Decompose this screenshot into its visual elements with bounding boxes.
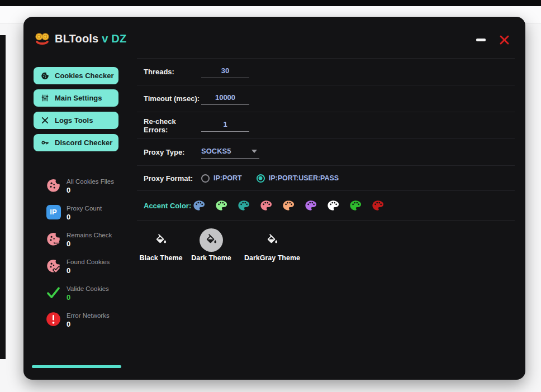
stat-value: 0 xyxy=(67,212,102,222)
threads-input[interactable] xyxy=(201,65,249,78)
money-face-icon xyxy=(35,31,50,46)
stat-label: Proxy Count xyxy=(67,204,102,212)
app-name: BLTools xyxy=(55,32,98,45)
stat-value: 0 xyxy=(67,239,112,248)
app-window: BLTools v DZ Cookies Checker Main Settin… xyxy=(23,17,525,380)
proxy-type-select[interactable]: SOCKS5 xyxy=(201,146,259,159)
recheck-errors-label: Re-check Errors: xyxy=(144,117,201,134)
theme-darkgray-button[interactable]: DarkGray Theme xyxy=(241,228,303,262)
palette-icon[interactable] xyxy=(282,199,295,212)
stat-value: 0 xyxy=(67,185,114,195)
error-icon xyxy=(46,312,61,327)
timeout-input[interactable] xyxy=(201,92,249,105)
sidebar-item-cookies-checker[interactable]: Cookies Checker xyxy=(34,67,118,84)
page-left-strip xyxy=(0,35,6,359)
proxy-format-label: Proxy Format: xyxy=(144,174,201,183)
stat-found-cookies: Found Cookies 0 xyxy=(46,258,110,275)
theme-black-button[interactable]: Black Theme xyxy=(137,228,185,262)
timeout-label: Timeout (msec): xyxy=(144,94,201,103)
recheck-errors-row: Re-check Errors: xyxy=(137,112,515,139)
ip-badge-icon: IP xyxy=(46,204,61,219)
settings-panel: Threads: Timeout (msec): Re-check Errors… xyxy=(137,58,515,269)
theme-dark-button[interactable]: Dark Theme xyxy=(187,228,235,262)
accent-color-label: Accent Color: xyxy=(144,202,193,210)
theme-label: Black Theme xyxy=(139,254,182,262)
page-title: BLTools v DZ xyxy=(55,32,126,45)
paint-bucket-icon xyxy=(266,234,279,247)
stat-error-networks: Error Networks 0 xyxy=(46,312,110,329)
sidebar-item-label: Logs Tools xyxy=(55,116,93,125)
palette-icon[interactable] xyxy=(305,199,317,212)
stat-label: Valide Cookies xyxy=(67,285,109,293)
stat-value: 0 xyxy=(67,266,110,275)
recheck-errors-input[interactable] xyxy=(201,119,249,132)
palette-icon[interactable] xyxy=(372,199,384,212)
stat-value: 0 xyxy=(67,319,110,329)
proxy-format-option-puserpass[interactable]: IP:PORT:USER:PASS xyxy=(257,174,339,183)
timeout-row: Timeout (msec): xyxy=(137,85,515,112)
radio-icon xyxy=(201,174,210,183)
sidebar-item-label: Main Settings xyxy=(55,94,102,102)
palette-icon[interactable] xyxy=(193,199,205,212)
cookie-icon xyxy=(41,71,49,80)
palette-icon[interactable] xyxy=(327,199,339,212)
proxy-type-row: Proxy Type: SOCKS5 xyxy=(137,139,515,166)
minimize-button[interactable] xyxy=(471,32,491,47)
proxy-format-option-ipport[interactable]: IP:PORT xyxy=(201,174,242,183)
close-button[interactable] xyxy=(495,31,513,48)
palette-icon[interactable] xyxy=(260,199,272,212)
stat-label: Found Cookies xyxy=(67,258,110,266)
palette-icon[interactable] xyxy=(349,199,362,212)
stat-proxy-count: IP Proxy Count 0 xyxy=(46,204,102,222)
chevron-down-icon xyxy=(251,150,257,153)
page-top-strip xyxy=(0,0,541,6)
stat-label: Error Networks xyxy=(67,312,110,319)
stat-label: Remains Check xyxy=(67,231,112,239)
threads-row: Threads: xyxy=(137,59,515,85)
stat-label: All Cookies Files xyxy=(67,178,114,185)
paint-bucket-icon xyxy=(155,234,168,247)
themes-row: Black Theme Dark Theme DarkGray Theme xyxy=(137,221,515,269)
sidebar-item-main-settings[interactable]: Main Settings xyxy=(34,89,118,107)
sliders-icon xyxy=(41,94,49,102)
theme-label: Dark Theme xyxy=(191,254,231,262)
radio-icon xyxy=(257,174,265,183)
proxy-type-label: Proxy Type: xyxy=(144,148,201,156)
app-version: v DZ xyxy=(102,32,126,45)
sidebar-item-label: Cookies Checker xyxy=(55,71,114,80)
paint-bucket-icon xyxy=(205,234,218,247)
stat-all-cookies-files: All Cookies Files 0 xyxy=(46,178,114,195)
key-icon xyxy=(41,138,49,147)
accent-color-row: Accent Color: xyxy=(137,191,515,221)
cookie-icon xyxy=(46,178,61,193)
stat-valide-cookies: Valide Cookies 0 xyxy=(46,285,109,302)
sidebar-item-label: Discord Checker xyxy=(55,138,112,147)
threads-label: Threads: xyxy=(144,68,201,76)
minimize-icon xyxy=(476,39,486,41)
stat-remains-check: Remains Check 0 xyxy=(46,231,112,248)
palette-icon[interactable] xyxy=(238,199,250,212)
proxy-format-row: Proxy Format: IP:PORT IP:PORT:USER:PASS xyxy=(137,166,515,191)
app-title: BLTools v DZ xyxy=(35,31,126,46)
close-icon xyxy=(499,35,510,45)
cookie-minus-icon xyxy=(46,231,61,246)
proxy-type-value: SOCKS5 xyxy=(201,147,231,155)
sidebar-item-logs-tools[interactable]: Logs Tools xyxy=(34,112,118,129)
accent-color-options xyxy=(193,199,384,212)
cookie-check-icon xyxy=(46,258,61,273)
stat-value: 0 xyxy=(67,293,109,302)
tools-icon xyxy=(41,116,49,125)
palette-icon[interactable] xyxy=(215,199,227,212)
titlebar: BLTools v DZ xyxy=(23,17,525,58)
check-icon xyxy=(46,285,61,300)
theme-label: DarkGray Theme xyxy=(244,254,300,262)
sidebar-item-discord-checker[interactable]: Discord Checker xyxy=(34,134,118,151)
progress-bar xyxy=(32,365,121,368)
